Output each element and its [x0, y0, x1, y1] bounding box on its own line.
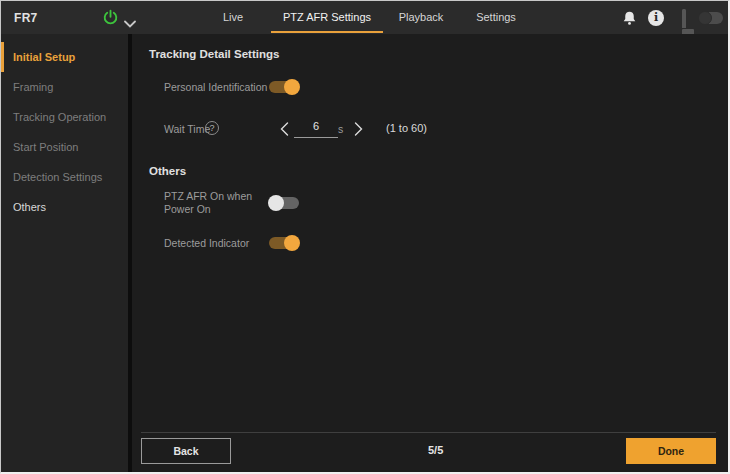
personal-identification-label: Personal Identification: [164, 81, 267, 94]
sidebar: Initial Setup Framing Tracking Operation…: [1, 34, 132, 472]
ptz-afr-power-on-toggle[interactable]: [269, 197, 299, 209]
info-icon[interactable]: i: [648, 10, 664, 26]
sidebar-item-start-position[interactable]: Start Position: [1, 132, 128, 162]
wait-time-label: Wait Time: [164, 123, 210, 136]
personal-identification-toggle[interactable]: [269, 81, 299, 93]
detected-indicator-toggle[interactable]: [269, 237, 299, 249]
tab-settings[interactable]: Settings: [476, 1, 516, 34]
active-tab-underline: [271, 31, 383, 33]
done-button[interactable]: Done: [626, 438, 716, 464]
sidebar-item-detection-settings[interactable]: Detection Settings: [1, 162, 128, 192]
tab-ptz-afr-settings[interactable]: PTZ AFR Settings: [283, 1, 371, 34]
top-bar: FR7 Live PTZ AFR Settings Playback Setti…: [1, 1, 728, 34]
detected-indicator-label: Detected Indicator: [164, 237, 249, 250]
tab-playback[interactable]: Playback: [399, 1, 444, 34]
footer-divider: [141, 432, 716, 433]
section-title-others: Others: [149, 165, 186, 177]
sidebar-item-others[interactable]: Others: [1, 192, 128, 222]
sidebar-item-tracking-operation[interactable]: Tracking Operation: [1, 102, 128, 132]
section-title-tracking-detail-settings: Tracking Detail Settings: [149, 48, 279, 60]
wait-time-decrement-chevron[interactable]: [280, 122, 289, 136]
wait-time-range: (1 to 60): [386, 122, 427, 134]
app-window: FR7 Live PTZ AFR Settings Playback Setti…: [0, 0, 730, 474]
back-button[interactable]: Back: [141, 438, 231, 464]
tab-live[interactable]: Live: [223, 1, 243, 34]
power-icon[interactable]: [102, 9, 119, 26]
sidebar-item-initial-setup[interactable]: Initial Setup: [1, 42, 128, 72]
lock-icon: [682, 11, 694, 26]
sidebar-item-framing[interactable]: Framing: [1, 72, 128, 102]
help-icon[interactable]: ?: [205, 121, 219, 135]
ptz-afr-power-on-label: PTZ AFR On when Power On: [164, 190, 272, 216]
page-indicator: 5/5: [428, 444, 443, 456]
wait-time-value-field[interactable]: 6: [294, 120, 338, 138]
chevron-down-icon[interactable]: [124, 14, 136, 22]
wait-time-increment-chevron[interactable]: [354, 122, 363, 136]
wait-time-unit: s: [338, 123, 343, 135]
privacy-toggle[interactable]: [699, 12, 723, 24]
notification-bell-icon[interactable]: [621, 9, 638, 27]
device-name: FR7: [14, 11, 38, 25]
settings-panel: Tracking Detail Settings Personal Identi…: [136, 34, 728, 472]
